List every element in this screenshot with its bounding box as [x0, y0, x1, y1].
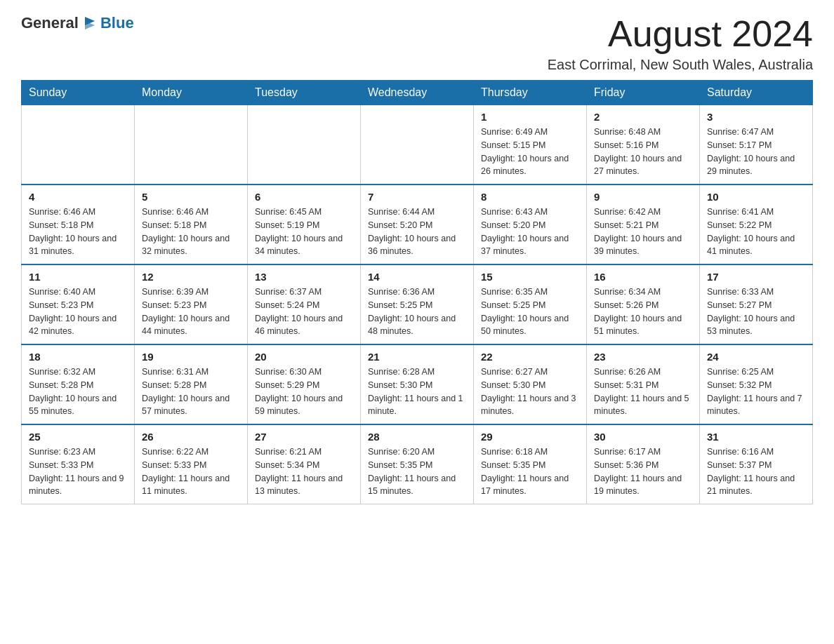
- day-info: Sunrise: 6:26 AM Sunset: 5:31 PM Dayligh…: [594, 365, 692, 418]
- day-number: 23: [594, 351, 692, 363]
- calendar-cell: 22Sunrise: 6:27 AM Sunset: 5:30 PM Dayli…: [474, 344, 587, 424]
- day-number: 7: [368, 191, 466, 203]
- header-day-friday: Friday: [587, 81, 700, 105]
- day-info: Sunrise: 6:47 AM Sunset: 5:17 PM Dayligh…: [707, 126, 805, 178]
- day-number: 24: [707, 351, 805, 363]
- logo: General Blue: [21, 14, 134, 32]
- header-day-saturday: Saturday: [700, 81, 813, 105]
- day-number: 25: [29, 431, 127, 443]
- day-number: 9: [594, 191, 692, 203]
- day-number: 15: [481, 271, 579, 283]
- calendar-cell: [22, 105, 135, 185]
- day-number: 14: [368, 271, 466, 283]
- day-info: Sunrise: 6:30 AM Sunset: 5:29 PM Dayligh…: [255, 365, 353, 418]
- day-info: Sunrise: 6:44 AM Sunset: 5:20 PM Dayligh…: [368, 206, 466, 258]
- day-info: Sunrise: 6:27 AM Sunset: 5:30 PM Dayligh…: [481, 365, 579, 418]
- calendar-week-1: 1Sunrise: 6:49 AM Sunset: 5:15 PM Daylig…: [22, 105, 813, 185]
- calendar-cell: 10Sunrise: 6:41 AM Sunset: 5:22 PM Dayli…: [700, 185, 813, 264]
- calendar-cell: 29Sunrise: 6:18 AM Sunset: 5:35 PM Dayli…: [474, 424, 587, 504]
- day-info: Sunrise: 6:37 AM Sunset: 5:24 PM Dayligh…: [255, 286, 353, 338]
- calendar-cell: 16Sunrise: 6:34 AM Sunset: 5:26 PM Dayli…: [587, 264, 700, 344]
- calendar-cell: 14Sunrise: 6:36 AM Sunset: 5:25 PM Dayli…: [361, 264, 474, 344]
- calendar-cell: [135, 105, 248, 185]
- day-info: Sunrise: 6:16 AM Sunset: 5:37 PM Dayligh…: [707, 445, 805, 498]
- day-number: 30: [594, 431, 692, 443]
- calendar-table: SundayMondayTuesdayWednesdayThursdayFrid…: [21, 80, 813, 504]
- header-day-tuesday: Tuesday: [248, 81, 361, 105]
- calendar-cell: 15Sunrise: 6:35 AM Sunset: 5:25 PM Dayli…: [474, 264, 587, 344]
- day-info: Sunrise: 6:23 AM Sunset: 5:33 PM Dayligh…: [29, 445, 127, 498]
- day-info: Sunrise: 6:17 AM Sunset: 5:36 PM Dayligh…: [594, 445, 692, 498]
- day-number: 5: [142, 191, 240, 203]
- logo-text-blue: Blue: [100, 14, 134, 32]
- day-info: Sunrise: 6:42 AM Sunset: 5:21 PM Dayligh…: [594, 206, 692, 258]
- day-info: Sunrise: 6:35 AM Sunset: 5:25 PM Dayligh…: [481, 286, 579, 338]
- day-number: 28: [368, 431, 466, 443]
- day-info: Sunrise: 6:46 AM Sunset: 5:18 PM Dayligh…: [142, 206, 240, 258]
- day-info: Sunrise: 6:22 AM Sunset: 5:33 PM Dayligh…: [142, 445, 240, 498]
- day-number: 22: [481, 351, 579, 363]
- calendar-cell: 26Sunrise: 6:22 AM Sunset: 5:33 PM Dayli…: [135, 424, 248, 504]
- day-number: 13: [255, 271, 353, 283]
- day-number: 1: [481, 111, 579, 123]
- calendar-cell: [248, 105, 361, 185]
- calendar-cell: 17Sunrise: 6:33 AM Sunset: 5:27 PM Dayli…: [700, 264, 813, 344]
- calendar-cell: 18Sunrise: 6:32 AM Sunset: 5:28 PM Dayli…: [22, 344, 135, 424]
- day-info: Sunrise: 6:21 AM Sunset: 5:34 PM Dayligh…: [255, 445, 353, 498]
- day-number: 17: [707, 271, 805, 283]
- day-info: Sunrise: 6:40 AM Sunset: 5:23 PM Dayligh…: [29, 286, 127, 338]
- calendar-cell: 13Sunrise: 6:37 AM Sunset: 5:24 PM Dayli…: [248, 264, 361, 344]
- calendar-cell: 20Sunrise: 6:30 AM Sunset: 5:29 PM Dayli…: [248, 344, 361, 424]
- header-day-wednesday: Wednesday: [361, 81, 474, 105]
- calendar-cell: 3Sunrise: 6:47 AM Sunset: 5:17 PM Daylig…: [700, 105, 813, 185]
- header-day-monday: Monday: [135, 81, 248, 105]
- calendar-cell: 21Sunrise: 6:28 AM Sunset: 5:30 PM Dayli…: [361, 344, 474, 424]
- calendar-cell: 23Sunrise: 6:26 AM Sunset: 5:31 PM Dayli…: [587, 344, 700, 424]
- day-info: Sunrise: 6:48 AM Sunset: 5:16 PM Dayligh…: [594, 126, 692, 178]
- calendar-cell: 27Sunrise: 6:21 AM Sunset: 5:34 PM Dayli…: [248, 424, 361, 504]
- day-number: 19: [142, 351, 240, 363]
- day-info: Sunrise: 6:32 AM Sunset: 5:28 PM Dayligh…: [29, 365, 127, 418]
- calendar-body: 1Sunrise: 6:49 AM Sunset: 5:15 PM Daylig…: [22, 105, 813, 504]
- day-number: 18: [29, 351, 127, 363]
- calendar-cell: 2Sunrise: 6:48 AM Sunset: 5:16 PM Daylig…: [587, 105, 700, 185]
- day-number: 8: [481, 191, 579, 203]
- month-title: August 2024: [548, 14, 813, 54]
- day-info: Sunrise: 6:28 AM Sunset: 5:30 PM Dayligh…: [368, 365, 466, 418]
- day-info: Sunrise: 6:41 AM Sunset: 5:22 PM Dayligh…: [707, 206, 805, 258]
- day-info: Sunrise: 6:33 AM Sunset: 5:27 PM Dayligh…: [707, 286, 805, 338]
- calendar-cell: 4Sunrise: 6:46 AM Sunset: 5:18 PM Daylig…: [22, 185, 135, 264]
- day-number: 12: [142, 271, 240, 283]
- day-info: Sunrise: 6:34 AM Sunset: 5:26 PM Dayligh…: [594, 286, 692, 338]
- day-number: 3: [707, 111, 805, 123]
- day-number: 2: [594, 111, 692, 123]
- day-number: 26: [142, 431, 240, 443]
- calendar-cell: 5Sunrise: 6:46 AM Sunset: 5:18 PM Daylig…: [135, 185, 248, 264]
- calendar-week-5: 25Sunrise: 6:23 AM Sunset: 5:33 PM Dayli…: [22, 424, 813, 504]
- calendar-week-2: 4Sunrise: 6:46 AM Sunset: 5:18 PM Daylig…: [22, 185, 813, 264]
- day-info: Sunrise: 6:49 AM Sunset: 5:15 PM Dayligh…: [481, 126, 579, 178]
- day-info: Sunrise: 6:20 AM Sunset: 5:35 PM Dayligh…: [368, 445, 466, 498]
- day-number: 11: [29, 271, 127, 283]
- day-number: 21: [368, 351, 466, 363]
- calendar-cell: 6Sunrise: 6:45 AM Sunset: 5:19 PM Daylig…: [248, 185, 361, 264]
- calendar-week-3: 11Sunrise: 6:40 AM Sunset: 5:23 PM Dayli…: [22, 264, 813, 344]
- calendar-cell: 24Sunrise: 6:25 AM Sunset: 5:32 PM Dayli…: [700, 344, 813, 424]
- day-info: Sunrise: 6:45 AM Sunset: 5:19 PM Dayligh…: [255, 206, 353, 258]
- header-row: SundayMondayTuesdayWednesdayThursdayFrid…: [22, 81, 813, 105]
- calendar-cell: 11Sunrise: 6:40 AM Sunset: 5:23 PM Dayli…: [22, 264, 135, 344]
- title-block: August 2024 East Corrimal, New South Wal…: [548, 14, 813, 73]
- logo-text-general: General: [21, 14, 79, 32]
- day-info: Sunrise: 6:31 AM Sunset: 5:28 PM Dayligh…: [142, 365, 240, 418]
- calendar-cell: 30Sunrise: 6:17 AM Sunset: 5:36 PM Dayli…: [587, 424, 700, 504]
- calendar-header: SundayMondayTuesdayWednesdayThursdayFrid…: [22, 81, 813, 105]
- day-number: 29: [481, 431, 579, 443]
- calendar-cell: 19Sunrise: 6:31 AM Sunset: 5:28 PM Dayli…: [135, 344, 248, 424]
- day-number: 16: [594, 271, 692, 283]
- header-day-thursday: Thursday: [474, 81, 587, 105]
- logo-flag-icon: [81, 14, 99, 32]
- day-number: 10: [707, 191, 805, 203]
- day-info: Sunrise: 6:39 AM Sunset: 5:23 PM Dayligh…: [142, 286, 240, 338]
- calendar-cell: 28Sunrise: 6:20 AM Sunset: 5:35 PM Dayli…: [361, 424, 474, 504]
- day-number: 20: [255, 351, 353, 363]
